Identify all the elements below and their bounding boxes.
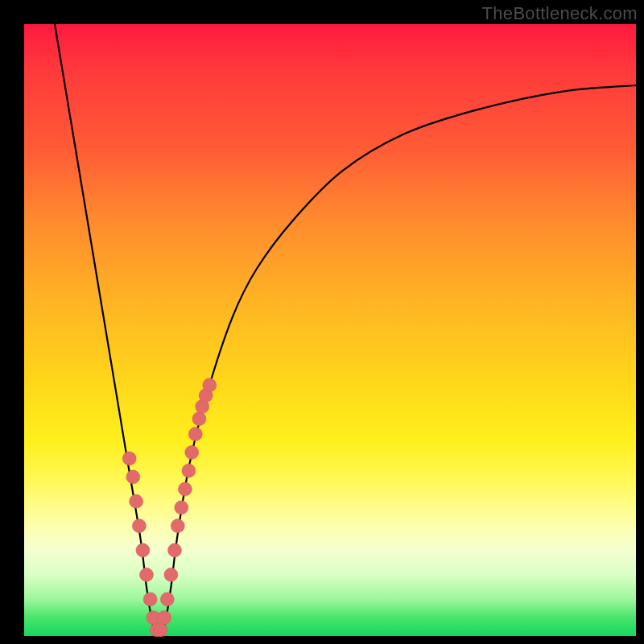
data-point	[182, 464, 196, 477]
data-point	[158, 611, 171, 625]
data-point	[140, 568, 154, 582]
data-point	[122, 452, 136, 465]
data-point	[160, 592, 174, 606]
data-point	[136, 543, 150, 557]
data-markers	[122, 378, 217, 637]
data-point	[185, 446, 199, 460]
data-point	[164, 568, 178, 582]
data-point	[168, 543, 182, 557]
data-point	[154, 623, 167, 637]
data-point	[192, 412, 206, 426]
data-point	[178, 482, 192, 496]
data-point	[126, 470, 140, 484]
data-point	[188, 427, 202, 441]
watermark-text: TheBottleneck.com	[482, 3, 638, 24]
chart-svg	[24, 24, 636, 636]
data-point	[132, 519, 146, 533]
plot-area	[24, 24, 636, 636]
data-point	[171, 519, 184, 533]
data-point	[143, 592, 157, 606]
data-point	[175, 501, 188, 514]
chart-frame: TheBottleneck.com	[0, 0, 644, 644]
data-point	[203, 378, 217, 392]
data-point	[130, 494, 143, 508]
